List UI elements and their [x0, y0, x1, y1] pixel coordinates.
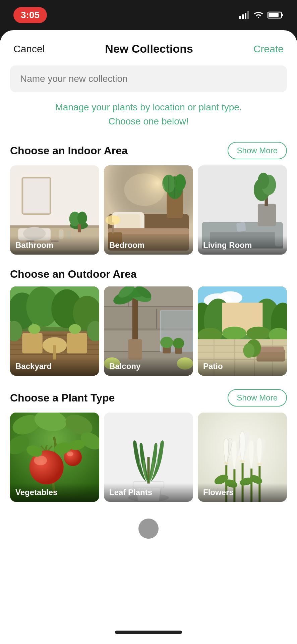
svg-point-33	[174, 174, 186, 191]
home-indicator	[115, 631, 182, 634]
vegetables-label: Vegetables	[10, 483, 99, 502]
svg-point-94	[160, 337, 173, 348]
patio-item[interactable]: Patio	[198, 286, 287, 376]
living-room-label: Living Room	[198, 236, 287, 255]
svg-point-155	[257, 463, 262, 465]
svg-point-134	[67, 451, 73, 457]
svg-rect-68	[67, 333, 87, 340]
outdoor-grid: Backyard	[0, 286, 297, 386]
bathroom-item[interactable]: Bathroom	[10, 165, 99, 255]
balcony-item[interactable]: Balcony	[104, 286, 193, 376]
main-card: Cancel New Collections Create Manage you…	[0, 30, 297, 610]
svg-rect-92	[128, 339, 142, 359]
svg-rect-13	[23, 179, 49, 213]
flowers-label: Flowers	[198, 483, 287, 502]
bedroom-item[interactable]: Bedroom	[104, 165, 193, 255]
svg-point-51	[258, 173, 269, 189]
vegetables-item[interactable]: Vegetables	[10, 413, 99, 502]
svg-point-132	[34, 455, 47, 465]
svg-point-122	[243, 343, 254, 358]
svg-rect-6	[269, 13, 279, 17]
backyard-item[interactable]: Backyard	[10, 286, 99, 376]
scroll-indicator	[138, 519, 159, 539]
svg-rect-66	[22, 333, 42, 340]
patio-label: Patio	[198, 357, 287, 376]
bottom-section	[0, 512, 297, 542]
flowers-item[interactable]: Flowers	[198, 413, 287, 502]
svg-point-74	[69, 324, 81, 334]
svg-point-16	[77, 212, 87, 225]
svg-rect-52	[236, 222, 246, 232]
indoor-section-header: Choose an Indoor Area Show More	[0, 139, 297, 165]
page-header: Cancel New Collections Create	[0, 30, 297, 62]
indoor-section-title: Choose an Indoor Area	[10, 145, 128, 157]
svg-rect-0	[239, 16, 241, 19]
status-bar: 3:05	[0, 0, 297, 30]
battery-icon	[268, 11, 284, 19]
svg-rect-1	[242, 14, 244, 19]
signal-icon	[239, 11, 249, 19]
svg-rect-86	[132, 294, 138, 343]
balcony-label: Balcony	[104, 357, 193, 376]
svg-rect-120	[258, 346, 284, 352]
plant-grid: Vegetables	[0, 413, 297, 512]
plant-show-more-button[interactable]: Show More	[228, 389, 287, 407]
svg-point-36	[124, 173, 165, 206]
leaf-plants-item[interactable]: Leaf Plants	[104, 413, 193, 502]
svg-rect-17	[78, 224, 81, 232]
home-indicator-bar	[0, 610, 297, 644]
wifi-icon	[253, 11, 264, 19]
indoor-show-more-button[interactable]: Show More	[228, 142, 287, 159]
svg-rect-5	[282, 14, 283, 16]
time-display: 3:05	[13, 7, 47, 23]
svg-point-109	[246, 327, 271, 340]
backyard-label: Backyard	[10, 357, 99, 376]
svg-point-73	[28, 324, 40, 334]
svg-rect-47	[258, 204, 276, 226]
svg-rect-3	[247, 11, 249, 19]
svg-rect-27	[116, 214, 140, 230]
outdoor-section-title: Choose an Outdoor Area	[10, 268, 137, 280]
plant-section-title: Choose a Plant Type	[10, 392, 115, 404]
plant-section-header: Choose a Plant Type Show More	[0, 386, 297, 413]
collection-name-input-wrap	[10, 65, 287, 92]
page-title: New Collections	[105, 42, 193, 55]
cancel-button[interactable]: Cancel	[13, 43, 45, 55]
svg-rect-43	[206, 223, 238, 232]
collection-name-input[interactable]	[10, 65, 287, 92]
subtitle-text: Manage your plants by location or plant …	[0, 100, 297, 139]
svg-point-154	[240, 460, 245, 462]
create-button[interactable]: Create	[253, 43, 284, 55]
svg-point-108	[222, 327, 247, 340]
outdoor-section-header: Choose an Outdoor Area	[0, 265, 297, 286]
bedroom-label: Bedroom	[104, 236, 193, 255]
bathroom-label: Bathroom	[10, 236, 99, 255]
svg-point-96	[173, 338, 184, 348]
status-icons	[239, 11, 284, 19]
svg-point-39	[106, 215, 120, 225]
indoor-grid: Bathroom	[0, 165, 297, 265]
svg-rect-2	[245, 13, 246, 19]
leaf-plants-label: Leaf Plants	[104, 483, 193, 502]
living-room-item[interactable]: Living Room	[198, 165, 287, 255]
svg-point-153	[224, 462, 229, 465]
